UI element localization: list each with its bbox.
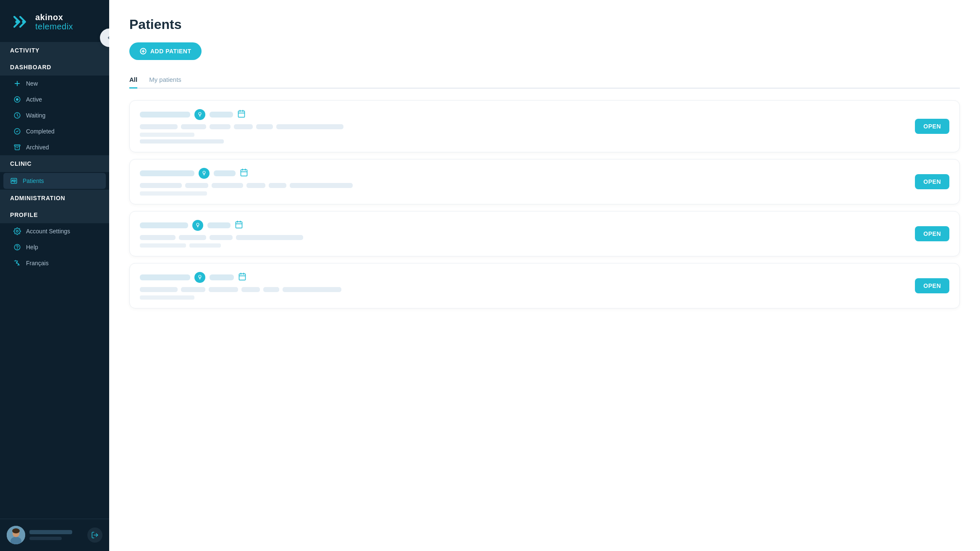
patient-row-2 [140, 287, 905, 292]
nav-section-dashboard[interactable]: DASHBOARD [0, 59, 109, 76]
avatar [7, 526, 25, 544]
user-footer [0, 519, 109, 551]
svg-rect-55 [239, 274, 246, 280]
logo-text: akinox telemedix [35, 13, 73, 31]
patient-row-3 [140, 295, 905, 300]
nav-section-clinic[interactable]: CLINIC [0, 155, 109, 172]
tab-my-patients[interactable]: My patients [149, 72, 181, 89]
open-patient-button[interactable]: OPEN [915, 119, 949, 134]
patient-info [140, 109, 905, 144]
patient-row-1 [140, 168, 905, 179]
tab-all[interactable]: All [129, 72, 137, 89]
nav-section-activity[interactable]: ACTIVITY [0, 42, 109, 59]
patient-card: OPEN [129, 159, 960, 204]
calendar-icon [240, 168, 248, 179]
patient-row-1 [140, 220, 905, 231]
sidebar-item-active[interactable]: Active [0, 91, 109, 107]
gender-female-icon [194, 109, 205, 120]
svg-point-26 [12, 528, 20, 533]
logout-button[interactable] [87, 527, 102, 543]
patients-icon [10, 177, 18, 185]
avatar-image [7, 526, 25, 544]
sidebar-item-account-settings[interactable]: Account Settings [0, 223, 109, 239]
gender-female-icon [192, 220, 203, 231]
user-info [29, 530, 83, 540]
add-patient-button[interactable]: ADD PATIENT [129, 42, 202, 60]
patient-tabs: All My patients [129, 72, 960, 89]
patient-card: OPEN [129, 211, 960, 256]
sidebar-item-completed[interactable]: Completed [0, 123, 109, 139]
brand-name-bottom: telemedix [35, 22, 73, 31]
gear-icon [13, 227, 21, 235]
patient-row-2 [140, 235, 905, 240]
nav-section-administration[interactable]: ADMINISTRATION [0, 190, 109, 206]
page-title: Patients [129, 17, 960, 32]
svg-point-2 [22, 21, 25, 24]
svg-point-19 [16, 230, 18, 232]
patient-row-1 [140, 272, 905, 283]
calendar-icon [238, 272, 246, 283]
patient-dob-bar [210, 112, 233, 118]
open-patient-button[interactable]: OPEN [915, 278, 949, 293]
patient-row-3 [140, 133, 905, 137]
open-patient-button[interactable]: OPEN [915, 174, 949, 189]
logo-area: akinox telemedix [0, 0, 109, 42]
svg-point-1 [16, 21, 18, 24]
sidebar-item-patients[interactable]: Patients [3, 173, 106, 189]
patient-info [140, 168, 905, 196]
patient-info [140, 220, 905, 248]
calendar-icon [237, 110, 246, 120]
user-role-bar [29, 537, 62, 540]
svg-rect-48 [236, 222, 242, 228]
gender-female-icon [194, 272, 205, 283]
sidebar-item-archived[interactable]: Archived [0, 139, 109, 155]
logo-icon [10, 12, 30, 32]
gender-female-icon [199, 168, 210, 179]
plus-icon [13, 80, 21, 87]
svg-rect-41 [241, 170, 247, 176]
circle-icon [13, 96, 21, 103]
nav-section-profile[interactable]: PROFILE [0, 206, 109, 223]
check-circle-icon [13, 128, 21, 135]
svg-point-31 [199, 112, 201, 115]
patient-row-3 [140, 191, 905, 196]
patient-row-2 [140, 183, 905, 188]
svg-point-52 [199, 275, 201, 278]
logout-icon [91, 531, 99, 539]
sidebar: akinox telemedix ACTIVITY DASHBOARD New [0, 0, 109, 551]
patient-row-1 [140, 109, 905, 120]
user-name-bar [29, 530, 72, 534]
svg-point-15 [12, 180, 13, 180]
patient-row-3 [140, 243, 905, 248]
archive-icon [13, 144, 21, 151]
svg-rect-34 [238, 111, 245, 117]
patient-name-bar [140, 112, 190, 118]
patient-list: OPEN [129, 100, 960, 308]
open-patient-button[interactable]: OPEN [915, 226, 949, 241]
help-icon [13, 243, 21, 251]
arrow-left-icon [105, 34, 109, 42]
svg-point-45 [197, 223, 199, 226]
clock-icon [13, 112, 21, 119]
language-icon [13, 259, 21, 267]
calendar-icon [235, 220, 243, 231]
patient-info [140, 272, 905, 300]
patient-card: OPEN [129, 100, 960, 152]
brand-name-top: akinox [35, 13, 73, 22]
svg-point-6 [16, 99, 18, 101]
patient-row-2 [140, 124, 905, 129]
sidebar-item-language[interactable]: Français [0, 255, 109, 271]
sidebar-item-help[interactable]: Help [0, 239, 109, 255]
sidebar-item-new[interactable]: New [0, 76, 109, 91]
patient-card: OPEN [129, 263, 960, 308]
sidebar-item-waiting[interactable]: Waiting [0, 107, 109, 123]
main-content: Patients ADD PATIENT All My patients [109, 0, 980, 551]
svg-point-38 [203, 171, 205, 174]
plus-circle-icon [139, 47, 147, 55]
